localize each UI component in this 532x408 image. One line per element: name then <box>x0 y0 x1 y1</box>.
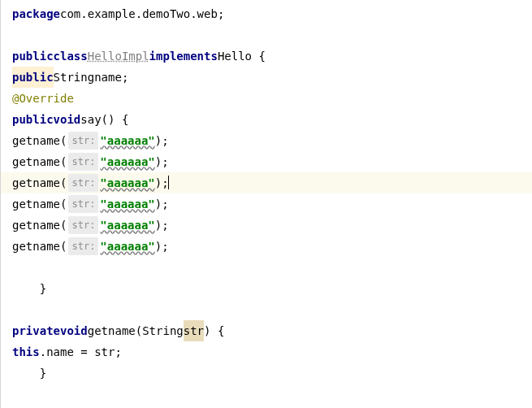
interface-name: Hello <box>218 46 252 67</box>
param-type: String <box>142 320 184 342</box>
keyword-void: void <box>60 320 88 342</box>
code-line-empty[interactable] <box>12 299 532 320</box>
method-call-getname: getname <box>12 130 60 152</box>
code-line-empty[interactable] <box>12 24 532 46</box>
code-line[interactable]: @Override <box>12 88 532 109</box>
method-call-getname: getname <box>12 215 60 237</box>
param-hint: str: <box>68 216 98 235</box>
code-line[interactable]: public void say() { <box>12 109 532 130</box>
code-line[interactable]: this.name = str; <box>12 341 532 362</box>
code-line[interactable]: getname(str: "aaaaaa"); <box>12 130 532 151</box>
keyword-private: private <box>12 320 60 342</box>
code-line[interactable]: package com.example.demoTwo.web; <box>12 3 532 24</box>
param-hint: str: <box>68 237 98 256</box>
param-hint: str: <box>68 132 98 150</box>
code-line-empty[interactable] <box>12 257 532 278</box>
code-line[interactable]: } <box>12 362 532 384</box>
method-call-getname: getname <box>12 236 60 258</box>
string-literal: "aaaaaa" <box>100 236 154 258</box>
class-name: HelloImpl <box>88 46 149 67</box>
code-line[interactable]: getname(str: "aaaaaa"); <box>12 151 532 172</box>
method-say: say <box>80 109 101 131</box>
string-literal: "aaaaaa" <box>100 172 154 194</box>
code-line[interactable]: public String name; <box>12 67 532 88</box>
keyword-implements: implements <box>149 46 218 67</box>
method-call-getname: getname <box>12 193 60 215</box>
keyword-public: public <box>12 46 54 67</box>
code-line[interactable]: private void getname(String str) { <box>12 320 532 341</box>
code-line[interactable]: } <box>12 278 532 299</box>
method-call-getname: getname <box>12 172 60 194</box>
param-hint: str: <box>68 174 98 193</box>
code-line-current[interactable]: getname(str: "aaaaaa"); <box>12 172 532 193</box>
keyword-void: void <box>54 109 81 131</box>
string-literal: "aaaaaa" <box>100 130 154 152</box>
method-getname: getname <box>88 320 136 342</box>
code-editor[interactable]: package com.example.demoTwo.web; public … <box>1 0 532 387</box>
package-name: com.example.demoTwo.web <box>60 3 218 25</box>
code-line[interactable]: public class HelloImpl implements Hello … <box>12 46 532 67</box>
text-caret <box>168 176 169 189</box>
code-line[interactable]: getname(str: "aaaaaa"); <box>12 215 532 236</box>
keyword-package: package <box>12 3 60 25</box>
code-line[interactable]: getname(str: "aaaaaa"); <box>12 236 532 257</box>
param-hint: str: <box>68 195 98 214</box>
var-ref: str <box>94 341 115 363</box>
keyword-class: class <box>54 46 88 67</box>
field-name: name <box>94 67 122 89</box>
string-literal: "aaaaaa" <box>100 193 154 215</box>
string-literal: "aaaaaa" <box>100 215 154 237</box>
method-call-getname: getname <box>12 151 60 173</box>
param-hint: str: <box>68 153 98 171</box>
keyword-public-hl: public <box>12 67 54 89</box>
string-literal: "aaaaaa" <box>100 151 154 173</box>
keyword-public: public <box>12 109 54 131</box>
annotation-override: @Override <box>12 88 74 110</box>
code-line[interactable]: getname(str: "aaaaaa"); <box>12 193 532 215</box>
param-name: str <box>184 320 204 342</box>
field-type: String <box>54 67 95 89</box>
keyword-this: this <box>12 341 40 363</box>
field-ref: name <box>46 341 74 363</box>
